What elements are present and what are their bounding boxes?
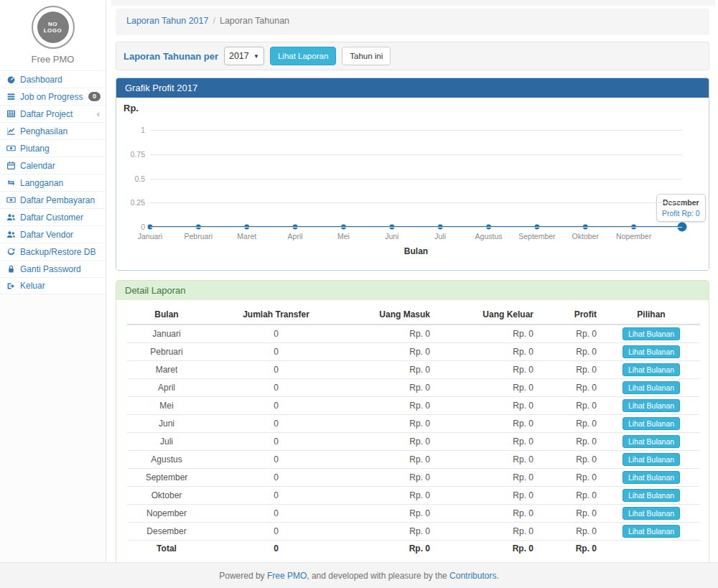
column-header-pilihan: Pilihan — [602, 306, 700, 325]
app-name: Free PMO — [0, 54, 106, 70]
sidebar-item-calendar[interactable]: Calendar — [0, 157, 106, 174]
jumlah-transfer-cell: 0 — [206, 541, 346, 558]
sidebar-item-penghasilan[interactable]: Penghasilan — [0, 122, 106, 139]
profit-cell: Rp. 0 — [539, 451, 602, 469]
lihat-bulanan-button-juni[interactable]: Lihat Bulanan — [623, 417, 680, 430]
sidebar-item-daftar-vendor[interactable]: Daftar Vendor — [0, 225, 106, 243]
no-logo-badge: NOLOGO — [37, 11, 69, 43]
footer: Powered by Free PMO, and developed with … — [0, 562, 718, 588]
lihat-bulanan-button-pebruari[interactable]: Lihat Bulanan — [623, 345, 680, 358]
table-row-maret: Maret0Rp. 0Rp. 0Rp. 0Lihat Bulanan — [127, 361, 700, 379]
breadcrumb-link-laporan-tahun[interactable]: Laporan Tahun 2017 — [126, 16, 208, 26]
lihat-bulanan-button-nopember[interactable]: Lihat Bulanan — [623, 507, 680, 520]
uang-keluar-cell: Rp. 0 — [436, 451, 539, 469]
table-row-juli: Juli0Rp. 0Rp. 0Rp. 0Lihat Bulanan — [127, 433, 700, 451]
lihat-bulanan-button-september[interactable]: Lihat Bulanan — [623, 471, 680, 484]
sidebar-item-daftar-customer[interactable]: Daftar Customer — [0, 208, 106, 225]
bulan-cell: Pebruari — [127, 343, 206, 361]
lihat-bulanan-button-april[interactable]: Lihat Bulanan — [623, 381, 680, 394]
footer-link-free-pmo[interactable]: Free PMO — [267, 571, 307, 581]
pilihan-cell: Lihat Bulanan — [602, 361, 700, 379]
pilihan-cell: Lihat Bulanan — [602, 343, 700, 361]
main-content: Laporan Tahun 2017/Laporan Tahunan Lapor… — [107, 0, 718, 562]
sidebar-item-backup-restore-db[interactable]: Backup/Restore DB — [0, 243, 106, 260]
lihat-bulanan-button-maret[interactable]: Lihat Bulanan — [623, 363, 680, 376]
pilihan-cell: Lihat Bulanan — [602, 487, 700, 505]
uang-keluar-cell: Rp. 0 — [436, 541, 539, 558]
lihat-bulanan-button-agustus[interactable]: Lihat Bulanan — [623, 453, 680, 466]
jumlah-transfer-cell: 0 — [206, 343, 346, 361]
breadcrumb-current: Laporan Tahunan — [220, 16, 289, 26]
lihat-bulanan-button-mei[interactable]: Lihat Bulanan — [623, 399, 680, 412]
app-logo: NOLOGO — [32, 6, 75, 49]
year-select[interactable]: 2017 ▼ — [224, 47, 264, 65]
pilihan-cell: Lihat Bulanan — [602, 433, 700, 451]
tahun-ini-button[interactable]: Tahun ini — [342, 47, 391, 65]
footer-link-contributors[interactable]: Contributors. — [449, 571, 499, 581]
sidebar-item-label: Keluar — [20, 281, 45, 291]
sidebar-item-daftar-pembayaran[interactable]: Daftar Pembayaran — [0, 191, 106, 208]
gridline — [150, 179, 682, 179]
pilihan-cell — [602, 541, 700, 558]
gridline — [150, 227, 682, 228]
detail-laporan-panel: Detail Laporan BulanJumlah TransferUang … — [116, 280, 709, 565]
pilihan-cell: Lihat Bulanan — [602, 505, 700, 523]
uang-masuk-cell: Rp. 0 — [346, 505, 436, 523]
table-row-agustus: Agustus0Rp. 0Rp. 0Rp. 0Lihat Bulanan — [127, 451, 700, 469]
profit-cell: Rp. 0 — [539, 541, 602, 558]
uang-keluar-cell: Rp. 0 — [436, 433, 539, 451]
sidebar-item-daftar-project[interactable]: Daftar Project‹ — [0, 105, 106, 122]
year-select-value: 2017 — [229, 51, 249, 61]
lihat-bulanan-button-januari[interactable]: Lihat Bulanan — [623, 327, 680, 340]
jumlah-transfer-cell: 0 — [206, 415, 346, 433]
table-row-januari: Januari0Rp. 0Rp. 0Rp. 0Lihat Bulanan — [127, 325, 700, 343]
users-icon — [6, 213, 16, 222]
chart-tooltip: Desember Profit Rp: 0 — [656, 194, 706, 222]
sidebar-item-piutang[interactable]: Piutang — [0, 139, 106, 157]
x-tick-label-nopember: Nopember — [605, 232, 663, 241]
footer-text-prefix: Powered by — [219, 571, 267, 581]
gridline — [150, 154, 682, 155]
users-icon — [6, 230, 16, 239]
jumlah-transfer-cell: 0 — [206, 523, 346, 541]
sidebar-item-dashboard[interactable]: Dashboard — [0, 70, 106, 88]
uang-keluar-cell: Rp. 0 — [436, 487, 539, 505]
column-header-jumlah-transfer: Jumlah Transfer — [206, 306, 346, 325]
uang-masuk-cell: Rp. 0 — [346, 397, 436, 415]
line-chart-icon — [6, 126, 16, 136]
sidebar-item-keluar[interactable]: Keluar — [0, 277, 106, 294]
uang-masuk-cell: Rp. 0 — [346, 415, 436, 433]
filter-label: Laporan Tahunan per — [123, 51, 218, 62]
lihat-bulanan-button-juli[interactable]: Lihat Bulanan — [623, 435, 680, 448]
sidebar-menu: DashboardJob on Progress0Daftar Project‹… — [0, 70, 106, 294]
profit-cell: Rp. 0 — [539, 433, 602, 451]
logo-block: NOLOGO Free PMO — [0, 0, 106, 70]
caret-down-icon: ▼ — [253, 53, 259, 60]
sidebar-item-label: Daftar Customer — [20, 213, 83, 223]
sidebar-item-langganan[interactable]: Langganan — [0, 174, 106, 191]
lihat-bulanan-button-desember[interactable]: Lihat Bulanan — [623, 525, 680, 538]
lihat-bulanan-button-oktober[interactable]: Lihat Bulanan — [623, 489, 680, 502]
report-table: BulanJumlah TransferUang MasukUang Kelua… — [127, 306, 700, 557]
sidebar-item-label: Daftar Pembayaran — [20, 195, 95, 205]
sidebar-item-job-on-progress[interactable]: Job on Progress0 — [0, 88, 106, 105]
chart-plot — [116, 98, 709, 270]
bulan-cell: September — [127, 469, 206, 487]
sidebar-item-ganti-password[interactable]: Ganti Password — [0, 260, 106, 277]
uang-keluar-cell: Rp. 0 — [436, 343, 539, 361]
sidebar-item-label: Daftar Vendor — [20, 230, 73, 240]
lihat-laporan-button[interactable]: Lihat Laporan — [270, 47, 336, 65]
table-row-april: April0Rp. 0Rp. 0Rp. 0Lihat Bulanan — [127, 379, 700, 397]
breadcrumb-separator: / — [213, 16, 215, 26]
uang-keluar-cell: Rp. 0 — [436, 325, 539, 343]
profit-cell: Rp. 0 — [539, 415, 602, 433]
bulan-cell: Total — [127, 541, 206, 558]
money-icon — [6, 195, 16, 205]
profit-cell: Rp. 0 — [539, 361, 602, 379]
uang-masuk-cell: Rp. 0 — [346, 541, 436, 558]
pilihan-cell: Lihat Bulanan — [602, 523, 700, 541]
sidebar-item-label: Ganti Password — [20, 264, 81, 274]
profit-cell: Rp. 0 — [539, 487, 602, 505]
chart-panel-title: Grafik Profit 2017 — [116, 78, 709, 98]
jumlah-transfer-cell: 0 — [206, 433, 346, 451]
